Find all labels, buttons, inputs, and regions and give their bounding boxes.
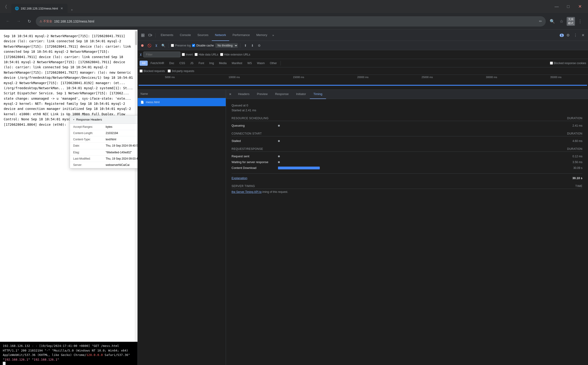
devtools-settings-button[interactable]: ⚙ xyxy=(565,32,571,39)
detail-tab-timing[interactable]: Timing xyxy=(310,90,326,99)
type-btn-fetch-xhr[interactable]: Fetch/XHR xyxy=(148,61,166,66)
detail-panel: ✕ Headers Preview Response Initiator Tim… xyxy=(226,90,588,365)
terminal-cursor xyxy=(3,362,135,365)
tab-performance[interactable]: Performance xyxy=(229,30,253,41)
resource-scheduling-header: Resource Scheduling DURATION xyxy=(232,117,582,121)
tab-console[interactable]: Console xyxy=(176,30,194,41)
type-btn-css[interactable]: CSS xyxy=(177,61,187,66)
maximize-button[interactable]: □ xyxy=(563,3,574,10)
import-button[interactable]: ⬆ xyxy=(243,43,248,48)
bookmark-icon[interactable]: ☆ xyxy=(557,17,566,26)
record-button[interactable]: ⏺ xyxy=(139,43,145,48)
request-response-header: Request/Response DURATION xyxy=(232,147,582,152)
detail-tab-headers[interactable]: Headers xyxy=(234,90,253,99)
content-download-bar xyxy=(278,167,320,169)
inspect-element-button[interactable] xyxy=(139,32,146,39)
throttle-select[interactable]: No throttling Fast 3G Slow 3G xyxy=(215,43,238,48)
file-row-mess-html[interactable]: 📄 mess.html xyxy=(138,98,226,106)
search-icon[interactable]: 🔍 xyxy=(548,17,556,26)
third-party-requests-checkbox[interactable]: 3rd-party requests xyxy=(168,70,194,73)
toolbar-divider xyxy=(155,33,156,38)
more-tabs-button[interactable]: » xyxy=(270,30,276,41)
clear-button[interactable]: 🚫 xyxy=(146,43,152,48)
refresh-button[interactable]: ↻ xyxy=(25,17,34,26)
type-btn-other[interactable]: Other xyxy=(268,61,279,66)
blocked-response-cookies-checkbox[interactable]: Blocked response cookies xyxy=(550,62,586,65)
active-tab[interactable]: 🌐 192.168.126.132/mess.html ✕ xyxy=(11,4,68,13)
type-btn-all[interactable]: All xyxy=(139,61,148,66)
type-btn-ws[interactable]: WS xyxy=(245,61,254,66)
minimize-button[interactable]: — xyxy=(551,3,562,10)
queueing-bar-container xyxy=(278,125,573,127)
detail-tab-response[interactable]: Response xyxy=(271,90,292,99)
detail-tab-initiator[interactable]: Initiator xyxy=(292,90,310,99)
header-row-accept-ranges: Accept-Ranges: bytes xyxy=(70,124,138,130)
tab-elements[interactable]: Elements xyxy=(158,30,176,41)
queueing-row: Queueing 2.41 ms xyxy=(232,124,582,127)
warning-icon: ⚠ xyxy=(40,20,42,23)
explanation-value: 30.10 s xyxy=(573,176,582,180)
devtools-close-button[interactable]: ✕ xyxy=(580,32,586,39)
back-button[interactable]: ← xyxy=(4,17,12,26)
type-btn-manifest[interactable]: Manifest xyxy=(229,61,244,66)
server-timing-api-link[interactable]: the Server Timing API to xyxy=(232,190,262,194)
tab-memory[interactable]: Memory xyxy=(253,30,270,41)
svg-rect-4 xyxy=(149,34,151,36)
disable-cache-checkbox[interactable]: Disable cache xyxy=(192,44,214,47)
search-button[interactable]: 🔍 xyxy=(160,43,166,48)
preserve-log-checkbox[interactable]: Preserve log xyxy=(171,44,191,47)
terminal-line-1: 192.168.126.132 - - [19/Sep/2024:17:41:0… xyxy=(3,344,135,362)
detail-tab-preview[interactable]: Preview xyxy=(253,90,271,99)
detail-tabs: ✕ Headers Preview Response Initiator Tim… xyxy=(226,90,588,99)
file-name: mess.html xyxy=(146,100,159,104)
forward-button[interactable]: → xyxy=(14,17,23,26)
address-bar[interactable]: ⚠ 不安全 192.168.126.132/mess.html ✏ xyxy=(36,16,546,27)
tab-network[interactable]: Network xyxy=(212,30,229,41)
type-filter-divider xyxy=(281,61,281,65)
timeline-ruler: 5000 ms 10000 ms 15000 ms 20000 ms 25000… xyxy=(138,75,588,78)
window-controls-left: 〈 xyxy=(3,3,9,10)
type-btn-font[interactable]: Font xyxy=(196,61,207,66)
server-timing-section: Server Timing TIME the Server Timing API… xyxy=(232,184,582,194)
devtools-tabs: Elements Console Sources Network Perform… xyxy=(158,30,559,41)
tab-back-button[interactable]: 〈 xyxy=(3,3,9,10)
invert-checkbox[interactable]: Invert xyxy=(182,53,193,56)
browser-scrollbar[interactable] xyxy=(135,30,138,365)
incognito-button[interactable]: 无痕模式 xyxy=(567,17,575,26)
queueing-dot xyxy=(278,125,280,127)
tab-close-button[interactable]: ✕ xyxy=(60,6,64,10)
server-timing-description: the Server Timing API to iming of this r… xyxy=(232,190,582,194)
timeline-progress-bar xyxy=(139,85,587,86)
devtools-more-button[interactable]: ⋮ xyxy=(572,32,579,39)
server-timing-header: Server Timing TIME xyxy=(232,184,582,189)
device-toolbar-button[interactable] xyxy=(147,32,153,39)
url-display[interactable]: 192.168.126.132/mess.html xyxy=(54,20,94,23)
window-controls-right: — □ ✕ xyxy=(551,3,585,10)
type-btn-wasm[interactable]: Wasm xyxy=(255,61,267,66)
filter-button[interactable]: ⊻ xyxy=(153,43,159,48)
tab-sources[interactable]: Sources xyxy=(194,30,212,41)
network-settings-button[interactable]: ⚙ xyxy=(257,43,262,48)
detail-close-button[interactable]: ✕ xyxy=(227,91,233,98)
export-button[interactable]: ⬇ xyxy=(250,43,255,48)
filter-input[interactable] xyxy=(143,52,180,57)
type-btn-img[interactable]: Img xyxy=(207,61,216,66)
file-list-body: 📄 mess.html xyxy=(138,98,226,365)
svg-rect-3 xyxy=(143,35,144,37)
type-btn-media[interactable]: Media xyxy=(217,61,229,66)
type-btn-js[interactable]: JS xyxy=(188,61,196,66)
scrollbar-thumb[interactable] xyxy=(135,31,137,45)
blocked-requests-checkbox[interactable]: Blocked requests xyxy=(139,70,165,73)
hide-data-urls-checkbox[interactable]: Hide data URLs xyxy=(195,53,218,56)
toggle-arrow-icon[interactable]: ▾ xyxy=(73,118,74,121)
explanation-link[interactable]: Explanation xyxy=(232,176,247,180)
close-button[interactable]: ✕ xyxy=(574,3,585,10)
type-btn-doc[interactable]: Doc xyxy=(167,61,176,66)
new-tab-button[interactable]: + xyxy=(69,7,75,13)
error-badge: 1 xyxy=(560,34,564,37)
hide-extension-urls-checkbox[interactable]: Hide extension URLs xyxy=(220,53,250,56)
nav-actions: 🔍 ☆ 无痕模式 ⋮ xyxy=(548,17,584,26)
popup-header: ▾ Response Headers Raw xyxy=(70,115,138,124)
menu-icon[interactable]: ⋮ xyxy=(576,17,584,26)
secondary-filter-bar: Blocked requests 3rd-party requests xyxy=(138,67,588,75)
